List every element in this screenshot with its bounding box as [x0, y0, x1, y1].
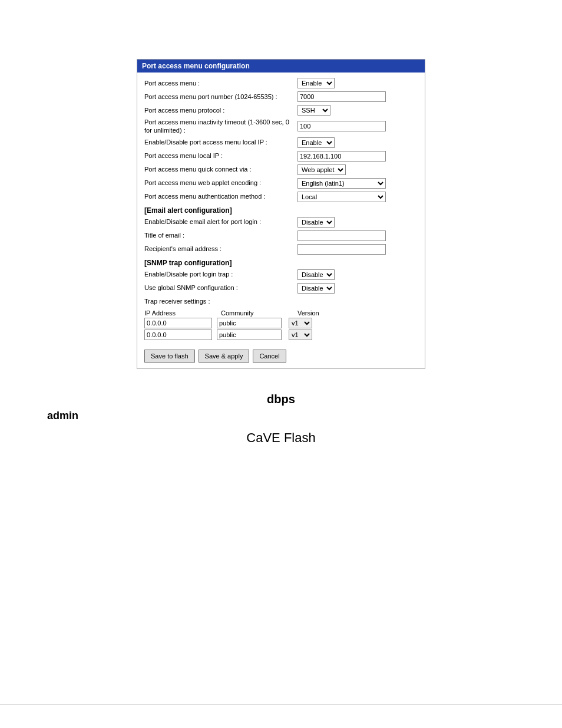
- inactivity-control: [297, 121, 418, 131]
- recipient-control: [297, 244, 418, 255]
- protocol-select[interactable]: SSH Telnet: [297, 105, 330, 116]
- snmp-section-header: [SNMP trap configuration]: [144, 259, 418, 267]
- enable-email-control: Disable Enable: [297, 217, 418, 228]
- button-row: Save to flash Save & apply Cancel: [137, 346, 425, 368]
- web-applet-encoding-row: Port access menu web applet encoding : E…: [144, 177, 418, 189]
- auth-method-row: Port access menu authentication method :…: [144, 191, 418, 203]
- quick-connect-row: Port access menu quick connect via : Web…: [144, 164, 418, 176]
- panel-title: Port access menu configuration: [142, 62, 250, 70]
- port-access-menu-row: Port access menu : Enable Disable: [144, 77, 418, 89]
- enable-local-ip-select[interactable]: Enable Disable: [297, 137, 335, 148]
- local-ip-control: [297, 151, 418, 162]
- inactivity-label: Port access menu inactivity timeout (1-3…: [144, 118, 297, 135]
- cancel-button[interactable]: Cancel: [253, 350, 286, 363]
- inactivity-row: Port access menu inactivity timeout (1-3…: [144, 118, 418, 135]
- protocol-control: SSH Telnet: [297, 105, 418, 116]
- page-wrapper: Port access menu configuration Port acce…: [0, 0, 562, 728]
- port-number-input[interactable]: [297, 91, 386, 102]
- enable-email-select[interactable]: Disable Enable: [297, 217, 335, 228]
- email-section-header: [Email alert configuration]: [144, 206, 418, 215]
- local-ip-input[interactable]: [297, 151, 386, 162]
- use-global-select[interactable]: Disable Enable: [297, 283, 335, 294]
- bottom-divider: [0, 704, 562, 704]
- recipient-input[interactable]: [297, 244, 386, 255]
- trap-row-1: v1 v2c v3: [144, 318, 418, 328]
- recipient-row: Recipient's email address :: [144, 243, 418, 255]
- enable-trap-row: Enable/Disable port login trap : Disable…: [144, 269, 418, 281]
- enable-local-ip-label: Enable/Disable port access menu local IP…: [144, 138, 297, 146]
- admin-text: admin: [12, 410, 550, 422]
- save-apply-button[interactable]: Save & apply: [199, 350, 250, 363]
- cave-flash-text: CaVE Flash: [12, 430, 550, 446]
- config-panel: Port access menu configuration Port acce…: [137, 59, 425, 369]
- protocol-row: Port access menu protocol : SSH Telnet: [144, 104, 418, 116]
- trap-receiver-label: Trap receiver settings :: [144, 297, 297, 305]
- port-number-control: [297, 91, 418, 102]
- enable-trap-label: Enable/Disable port login trap :: [144, 270, 297, 278]
- auth-method-label: Port access menu authentication method :: [144, 192, 297, 200]
- trap-ip-2[interactable]: [144, 330, 212, 340]
- email-title-label: Title of email :: [144, 231, 297, 239]
- inactivity-input[interactable]: [297, 121, 386, 131]
- port-access-menu-label: Port access menu :: [144, 79, 297, 87]
- trap-ip-1[interactable]: [144, 318, 212, 328]
- local-ip-row: Port access menu local IP :: [144, 150, 418, 162]
- web-applet-encoding-select[interactable]: English (latin1) UTF-8: [297, 178, 386, 189]
- port-access-menu-select[interactable]: Enable Disable: [297, 78, 335, 88]
- use-global-label: Use global SNMP configuration :: [144, 284, 297, 292]
- port-number-label: Port access menu port number (1024-65535…: [144, 93, 297, 101]
- use-global-row: Use global SNMP configuration : Disable …: [144, 282, 418, 294]
- recipient-label: Recipient's email address :: [144, 245, 297, 253]
- panel-body: Port access menu : Enable Disable Port a…: [137, 73, 425, 346]
- email-title-row: Title of email :: [144, 230, 418, 242]
- email-title-control: [297, 230, 418, 241]
- bottom-area: dbps: [12, 393, 550, 406]
- auth-method-control: Local RADIUS LDAP: [297, 192, 418, 202]
- trap-version-1[interactable]: v1 v2c v3: [289, 318, 312, 328]
- use-global-control: Disable Enable: [297, 283, 418, 294]
- quick-connect-select[interactable]: Web applet SSH Telnet: [297, 164, 346, 175]
- panel-header: Port access menu configuration: [137, 60, 425, 73]
- enable-local-ip-row: Enable/Disable port access menu local IP…: [144, 137, 418, 149]
- email-title-input[interactable]: [297, 230, 386, 241]
- enable-trap-select[interactable]: Disable Enable: [297, 269, 335, 280]
- enable-local-ip-control: Enable Disable: [297, 137, 418, 148]
- dbps-text: dbps: [12, 393, 550, 406]
- community-header: Community: [221, 309, 297, 317]
- auth-method-select[interactable]: Local RADIUS LDAP: [297, 192, 386, 202]
- ip-header: IP Address: [144, 309, 221, 317]
- enable-email-row: Enable/Disable email alert for port logi…: [144, 216, 418, 228]
- trap-community-2[interactable]: [217, 330, 282, 340]
- port-number-row: Port access menu port number (1024-65535…: [144, 91, 418, 103]
- trap-version-2[interactable]: v1 v2c v3: [289, 330, 312, 340]
- quick-connect-label: Port access menu quick connect via :: [144, 165, 297, 173]
- local-ip-label: Port access menu local IP :: [144, 151, 297, 160]
- enable-email-label: Enable/Disable email alert for port logi…: [144, 218, 297, 226]
- web-applet-encoding-control: English (latin1) UTF-8: [297, 178, 418, 189]
- save-flash-button[interactable]: Save to flash: [144, 350, 195, 363]
- quick-connect-control: Web applet SSH Telnet: [297, 164, 418, 175]
- protocol-label: Port access menu protocol :: [144, 106, 297, 114]
- port-access-menu-control: Enable Disable: [297, 78, 418, 88]
- trap-community-1[interactable]: [217, 318, 282, 328]
- snmp-table-headers: IP Address Community Version: [144, 309, 418, 317]
- trap-row-2: v1 v2c v3: [144, 330, 418, 340]
- trap-receiver-row: Trap receiver settings :: [144, 296, 418, 308]
- web-applet-encoding-label: Port access menu web applet encoding :: [144, 179, 297, 187]
- enable-trap-control: Disable Enable: [297, 269, 418, 280]
- version-header: Version: [297, 309, 345, 317]
